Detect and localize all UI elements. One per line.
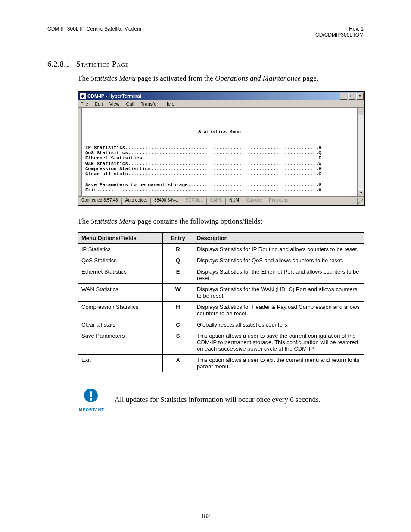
- scroll-down-button[interactable]: ▾: [358, 189, 364, 196]
- options-table: Menu Options/Fields Entry Description IP…: [78, 232, 364, 372]
- th-entry: Entry: [163, 233, 193, 244]
- doc-header-left: CDM-IP 300L IP-Centric Satellite Modem: [47, 26, 141, 38]
- table-row: WAN StatisticsWDisplays Statistics for t…: [78, 284, 364, 302]
- menu-call[interactable]: Call: [126, 101, 134, 106]
- cell-menu: IP Statistics: [78, 244, 163, 255]
- doc-header-id: CD/CDMIP300L.IOM: [315, 32, 364, 38]
- scroll-track[interactable]: [358, 115, 364, 189]
- menu-transfer[interactable]: Transfer: [140, 101, 158, 106]
- cell-entry: Q: [163, 255, 193, 266]
- menu-file[interactable]: File: [81, 101, 88, 106]
- cell-menu: Clear all stats: [78, 319, 163, 330]
- page-number: 182: [0, 513, 411, 520]
- doc-header-rev: Rev. 1: [315, 26, 364, 32]
- window-titlebar: ◈ CDM-IP - HyperTerminal _ □ ×: [78, 92, 364, 100]
- app-icon: ◈: [80, 93, 86, 99]
- status-caps: CAPS: [207, 198, 226, 205]
- important-note: IMPORTANT All updates for Statistics inf…: [78, 388, 364, 412]
- cell-desc: Displays Statistics for QoS and allows c…: [193, 255, 364, 266]
- svg-rect-1: [90, 391, 92, 397]
- table-row: Clear all statsCGlobally resets all stat…: [78, 319, 364, 330]
- cell-entry: H: [163, 302, 193, 319]
- cell-menu: QoS Statistics: [78, 255, 163, 266]
- table-row: QoS StatisticsQDisplays Statistics for Q…: [78, 255, 364, 266]
- menu-view[interactable]: View: [109, 101, 120, 106]
- th-desc: Description: [193, 233, 364, 244]
- section-title: Statistics Page: [76, 59, 129, 68]
- cell-desc: This option allows a user to exit the cu…: [193, 355, 364, 372]
- status-printecho: Print echo: [265, 198, 358, 205]
- intro-mid: page is activated from the: [136, 74, 215, 82]
- cell-desc: Displays Statistics for IP Routing and a…: [193, 244, 364, 255]
- intro-pre: The: [78, 74, 91, 82]
- window-title: CDM-IP - HyperTerminal: [87, 93, 141, 99]
- resize-grip-icon[interactable]: [358, 198, 364, 205]
- close-button[interactable]: ×: [356, 93, 364, 100]
- section-number: 6.2.8.1: [47, 59, 70, 68]
- cell-menu: WAN Statistics: [78, 284, 163, 302]
- status-scroll: SCROLL: [182, 198, 207, 205]
- table-row: Save ParametersSThis option allows a use…: [78, 330, 364, 355]
- scrollbar[interactable]: ▴ ▾: [357, 108, 364, 196]
- cell-menu: Exit: [78, 355, 163, 372]
- cell-menu: Ethernet Statistics: [78, 266, 163, 284]
- statusbar: Connected 3:57:48 Auto detect 38400 8-N-…: [78, 196, 364, 205]
- cell-entry: E: [163, 266, 193, 284]
- menu-edit[interactable]: Edit: [95, 101, 103, 106]
- doc-header: CDM-IP 300L IP-Centric Satellite Modem R…: [47, 26, 364, 38]
- cell-menu: Save Parameters: [78, 330, 163, 355]
- th-menu: Menu Options/Fields: [78, 233, 163, 244]
- cell-desc: Displays Statistics for the WAN (HDLC) P…: [193, 284, 364, 302]
- left-gutter: [78, 108, 82, 196]
- status-num: NUM: [226, 198, 243, 205]
- between-pre: The: [78, 217, 91, 225]
- menubar: File Edit View Call Transfer Help: [78, 100, 364, 108]
- important-icon: IMPORTANT: [78, 388, 104, 412]
- intro-ital1: Statistics Menu: [91, 74, 136, 82]
- cell-menu: Compression Statistics: [78, 302, 163, 319]
- cell-desc: Displays Statistics for Header & Payload…: [193, 302, 364, 319]
- cell-entry: X: [163, 355, 193, 372]
- menu-help[interactable]: Help: [165, 101, 174, 106]
- cell-entry: C: [163, 319, 193, 330]
- cell-desc: Globally resets all statistics counters.: [193, 319, 364, 330]
- hyperterminal-window: ◈ CDM-IP - HyperTerminal _ □ × File Edit…: [78, 91, 365, 206]
- status-capture: Capture: [243, 198, 266, 205]
- important-text: All updates for Statistics information w…: [115, 395, 321, 404]
- cell-entry: S: [163, 330, 193, 355]
- table-row: IP StatisticsRDisplays Statistics for IP…: [78, 244, 364, 255]
- svg-point-2: [90, 398, 92, 401]
- cell-desc: Displays Statistics for the Ethernet Por…: [193, 266, 364, 284]
- status-connected: Connected 3:57:48: [78, 198, 122, 205]
- cell-desc: This option allows a user to save the cu…: [193, 330, 364, 355]
- cell-entry: W: [163, 284, 193, 302]
- table-row: Ethernet StatisticsEDisplays Statistics …: [78, 266, 364, 284]
- important-label: IMPORTANT: [78, 408, 104, 412]
- intro-post: page.: [301, 74, 318, 82]
- table-row: Compression StatisticsHDisplays Statisti…: [78, 302, 364, 319]
- status-port: 38400 8-N-1: [151, 198, 182, 205]
- between-paragraph: The Statistics Menu page contains the fo…: [78, 216, 364, 227]
- section-heading: 6.2.8.1 Statistics Page: [47, 59, 364, 69]
- maximize-button[interactable]: □: [348, 93, 355, 100]
- terminal-title: Statistics Menu: [85, 129, 354, 134]
- intro-paragraph: The Statistics Menu page is activated fr…: [78, 73, 364, 84]
- between-post: page contains the following options/fiel…: [136, 217, 262, 225]
- intro-ital2: Operations and Maintenance: [215, 74, 301, 82]
- between-ital: Statistics Menu: [91, 217, 136, 225]
- terminal-content[interactable]: Statistics Menu IP Statisitics..........…: [82, 108, 357, 196]
- status-detect: Auto detect: [122, 198, 151, 205]
- table-row: ExitXThis option allows a user to exit t…: [78, 355, 364, 372]
- minimize-button[interactable]: _: [340, 93, 347, 100]
- cell-entry: R: [163, 244, 193, 255]
- scroll-up-button[interactable]: ▴: [358, 108, 364, 115]
